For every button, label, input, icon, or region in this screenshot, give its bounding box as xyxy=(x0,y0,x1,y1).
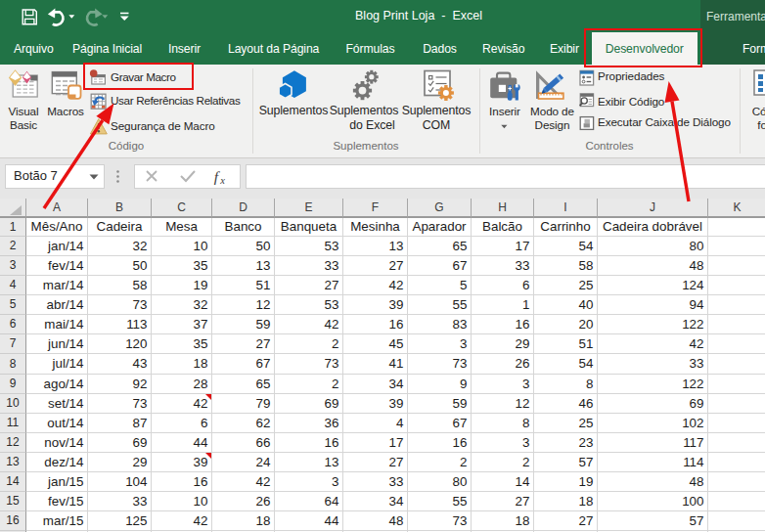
svg-text:x: x xyxy=(219,175,225,186)
